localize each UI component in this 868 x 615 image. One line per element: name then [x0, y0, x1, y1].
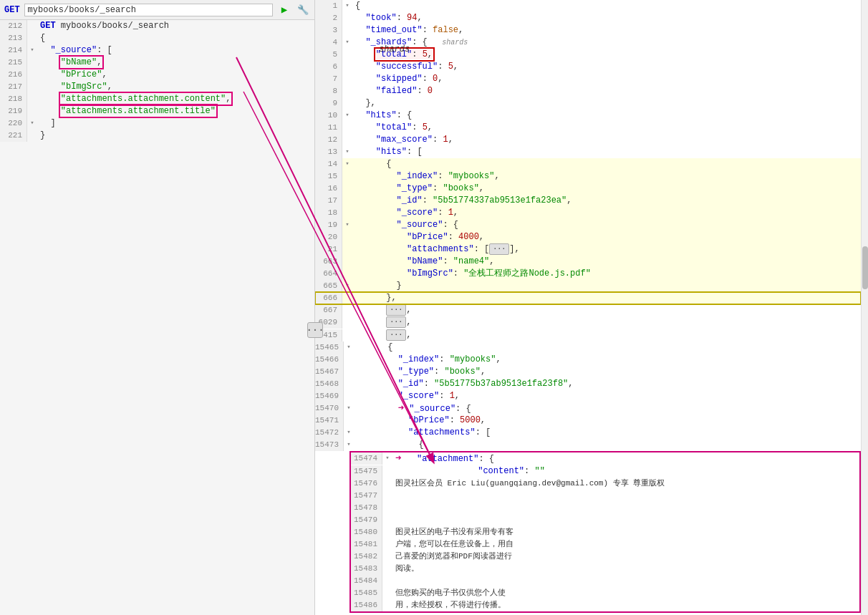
- code-text: "skipped": 0,: [352, 73, 861, 85]
- table-row: 8 "failed": 0: [315, 85, 861, 97]
- table-row: 214 ▾ "_source": [: [0, 44, 314, 57]
- code-text: "bName",: [37, 57, 314, 69]
- url-input[interactable]: [24, 4, 273, 16]
- code-text: "attachments.attachment.content",: [37, 93, 314, 105]
- table-row: 20 "bPrice": 4000,: [315, 231, 861, 243]
- code-text: {: [354, 439, 861, 451]
- table-row: 19 ▾ "_source": {: [315, 219, 861, 231]
- code-text: "_id": "5b51775b37ab9513e1fa23f8",: [354, 378, 861, 390]
- table-row: 17 "_id": "5b51774337ab9513e1fa23ea",: [315, 195, 861, 207]
- table-row: 15470 ▾ ➜ "_source": {: [315, 402, 861, 415]
- table-row: 665 ▾ }: [315, 280, 861, 292]
- fold-arrow[interactable]: ▾: [342, 219, 352, 231]
- fold-arrow[interactable]: ▾: [342, 37, 352, 49]
- line-number: 7: [315, 73, 342, 85]
- collapsed-attachment[interactable]: ···: [489, 243, 509, 255]
- table-row: 666 },: [315, 292, 861, 304]
- fold-arrow[interactable]: ▾: [344, 439, 354, 451]
- run-button[interactable]: ▶: [277, 3, 291, 17]
- code-text: "_source": [: [37, 44, 314, 57]
- fold-arrow[interactable]: ▾: [344, 402, 354, 415]
- line-number: 664: [315, 268, 342, 280]
- line-number: 15471: [315, 415, 344, 427]
- right-pane: 1 ▾ { 2 "took": 94, 3 "timed_out": false…: [315, 0, 868, 615]
- line-number: 216: [0, 69, 27, 81]
- code-text: "bPrice": 5000,: [354, 415, 861, 427]
- table-row: 15480 图灵社区的电子书没有采用专有客: [351, 526, 859, 538]
- code-text: "bName": "name4",: [352, 256, 861, 268]
- line-number: 11: [315, 122, 342, 134]
- code-text: "successful": 5,: [352, 61, 861, 73]
- line-number: 2: [315, 12, 342, 24]
- code-text: "_type": "books",: [352, 183, 861, 195]
- code-text: "took": 94,: [352, 12, 861, 24]
- line-number: 8: [315, 85, 342, 97]
- line-number: 15478: [351, 502, 382, 514]
- fold-arrow[interactable]: ▾: [27, 44, 37, 57]
- table-row: 217 "bImgSrc",: [0, 81, 314, 93]
- table-row: 15469 "_score": 1,: [315, 390, 861, 402]
- code-text: ➜ "_source": {: [354, 402, 861, 415]
- table-row: 15465 ▾ {: [315, 342, 861, 354]
- scrollbar[interactable]: [861, 0, 868, 615]
- line-number: 667: [315, 304, 342, 316]
- fold-arrow[interactable]: ▾: [344, 342, 354, 354]
- fold-arrow[interactable]: ▾: [342, 158, 352, 170]
- line-number: 16: [315, 183, 342, 195]
- table-row: 4 ▾ "_shards": { shards: [315, 37, 861, 49]
- line-number: 6: [315, 61, 342, 73]
- left-code-area[interactable]: 212 GET mybooks/books/_search 213 { 214 …: [0, 20, 314, 142]
- line-number: 20: [315, 231, 342, 243]
- line-number: 15483: [351, 563, 382, 575]
- collapsed-item-2[interactable]: ···: [386, 316, 406, 328]
- table-row: 5 "total": 5,: [315, 49, 861, 61]
- code-text: "hits": [: [352, 146, 861, 158]
- panel-separator-dots[interactable]: ···: [306, 322, 323, 338]
- line-number: 18: [315, 207, 342, 219]
- table-row: 7 "skipped": 0,: [315, 73, 861, 85]
- line-number: 15477: [351, 490, 382, 502]
- code-text: {: [37, 32, 314, 44]
- code-text: 但您购买的电子书仅供您个人使: [392, 587, 859, 599]
- line-number: 4: [315, 37, 342, 49]
- fold-arrow[interactable]: ▾: [382, 452, 392, 465]
- code-text: ]: [37, 117, 314, 130]
- collapsed-item-1[interactable]: ···: [386, 304, 406, 316]
- code-text: "_index": "mybooks",: [352, 170, 861, 183]
- code-text: "attachments": [: [354, 427, 861, 439]
- line-number: 15470: [315, 402, 344, 415]
- fold-arrow[interactable]: ▾: [342, 0, 352, 12]
- right-content: 1 ▾ { 2 "took": 94, 3 "timed_out": false…: [315, 0, 868, 615]
- table-row: 667 ···,: [315, 304, 861, 316]
- line-number: 13: [315, 146, 342, 158]
- table-row: 215 "bName",: [0, 57, 314, 69]
- right-code-area[interactable]: 1 ▾ { 2 "took": 94, 3 "timed_out": false…: [315, 0, 861, 615]
- code-text: "_score": 1,: [352, 207, 861, 219]
- scrollbar-thumb[interactable]: [862, 246, 868, 289]
- settings-button[interactable]: 🔧: [296, 3, 310, 17]
- fold-arrow[interactable]: ▾: [27, 117, 37, 130]
- fold-arrow[interactable]: ▾: [342, 146, 352, 158]
- code-text: "hits": {: [352, 110, 861, 122]
- code-text: 己喜爱的浏览器和PDF阅读器进行: [392, 551, 859, 563]
- fold-arrow[interactable]: ▾: [344, 427, 354, 439]
- collapsed-item-3[interactable]: ···: [386, 329, 406, 341]
- table-row: 6 "successful": 5,: [315, 61, 861, 73]
- code-text: ···,: [352, 329, 861, 342]
- table-row: 15474 ▾ ➜ "attachment": {: [351, 452, 859, 465]
- left-code-container: 212 GET mybooks/books/_search 213 { 214 …: [0, 20, 314, 615]
- line-number: 666: [315, 292, 342, 304]
- table-row: 10 ▾ "hits": {: [315, 110, 861, 122]
- line-number: 21: [315, 243, 342, 256]
- line-number: 17: [315, 195, 342, 207]
- line-number: 214: [0, 44, 27, 57]
- line-number: 19: [315, 219, 342, 231]
- line-number: 15468: [315, 378, 344, 390]
- fold-arrow[interactable]: ▾: [342, 110, 352, 122]
- left-pane: GET ▶ 🔧 212 GET mybooks/books/_search 21…: [0, 0, 315, 615]
- dots-button[interactable]: ···: [307, 322, 323, 338]
- line-number: 10: [315, 110, 342, 122]
- line-number: 15469: [315, 390, 344, 402]
- table-row: 12 "max_score": 1,: [315, 134, 861, 146]
- fold-arrow[interactable]: ▾: [342, 280, 352, 292]
